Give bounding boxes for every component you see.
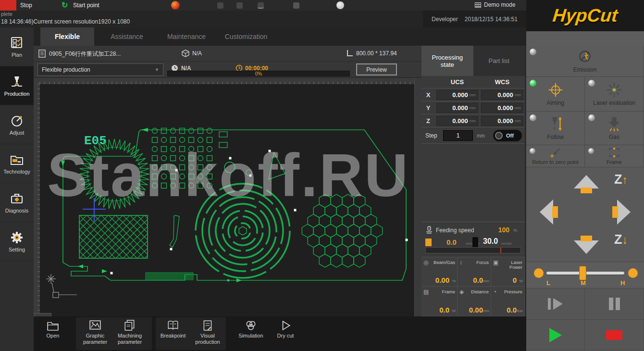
distance-icon: ◈: [459, 288, 464, 295]
tool-icon-1[interactable]: [217, 2, 223, 9]
jog-z-down-button[interactable]: Z↓: [614, 232, 628, 247]
status-log-line2: 18 14:36:46)Current screen resolution192…: [1, 18, 130, 25]
tab-maintenance[interactable]: Maintenance: [160, 27, 213, 46]
step-input[interactable]: 1: [443, 130, 473, 141]
main-tabs: Flexible Assistance Maintenance Customiz…: [34, 27, 526, 46]
tab-assistance[interactable]: Assistance: [100, 27, 154, 46]
simulation-button[interactable]: Simulation: [233, 320, 269, 339]
tile-distance: ◈Distance0.00mm: [458, 287, 491, 316]
feed-toggle[interactable]: [472, 237, 478, 248]
tile-focus: ↕Focus0.0mm: [458, 257, 491, 287]
feed-set-value: 30.0: [483, 237, 498, 246]
visual-production-button[interactable]: Visual production: [189, 320, 226, 345]
datetime-label: 2018/12/15 14:36:51: [465, 16, 518, 23]
jog-up-button[interactable]: [573, 174, 600, 195]
z-ucs-value: 0.000: [452, 117, 468, 125]
tool-icon-2[interactable]: [236, 2, 243, 9]
tool-icon-3[interactable]: [258, 2, 264, 9]
stop-button[interactable]: Stop: [20, 2, 32, 9]
filename-label: 0905_F06行件重试加工28...: [49, 50, 121, 58]
gas-button[interactable]: Gas: [585, 112, 644, 145]
return-to-zero-button[interactable]: Return to zero point: [526, 145, 585, 167]
sidebar-item-plan[interactable]: Plan: [0, 27, 34, 66]
emission-button[interactable]: Emission: [526, 46, 644, 77]
tool-icon-4[interactable]: [293, 2, 299, 9]
sidebar-item-setting[interactable]: Setting: [0, 222, 34, 261]
tile-frame: ▤Frame0.0W: [421, 287, 458, 316]
production-mode-dropdown[interactable]: Flexible production ▼: [37, 63, 163, 76]
machining-parameter-button[interactable]: Machining parameter: [111, 320, 148, 345]
slider-high-dot[interactable]: [628, 268, 638, 278]
tile-beam-gas: ◎Beam/Gas0.00%: [421, 257, 458, 287]
file-info-bar: 0905_F06行件重试加工28... N/A 800.00 * 137.94: [34, 46, 421, 62]
dry-cut-icon: [279, 320, 292, 331]
dimension-icon: [346, 50, 353, 57]
jog-left-button[interactable]: [539, 199, 560, 226]
sidebar-item-technology[interactable]: Technology: [0, 144, 34, 183]
open-button[interactable]: Open: [35, 320, 71, 339]
beam-gas-icon: ◎: [423, 259, 428, 266]
jog-right-button[interactable]: [610, 199, 632, 226]
dry-cut-button[interactable]: Dry cut: [267, 320, 304, 339]
stop-icon: [606, 330, 622, 340]
status-tiles: ◎Beam/Gas0.00% ↕Focus0.0mm ▣Laser Power0…: [421, 257, 525, 316]
tab-flexible[interactable]: Flexible: [40, 27, 94, 46]
breakpoint-button[interactable]: Breakpoint: [155, 320, 191, 339]
frame-tile-icon: ▤: [423, 288, 429, 295]
logo-panel: HypCut: [526, 0, 644, 31]
file-icon: [38, 50, 46, 58]
tile-laser-power: ▣Laser Power0W: [491, 257, 525, 287]
step-toggle[interactable]: Off: [493, 130, 522, 141]
follow-led: [530, 114, 536, 121]
jog-down-button[interactable]: [573, 234, 600, 255]
graphic-parameter-button[interactable]: Graphic parameter: [77, 320, 113, 345]
start-point-button[interactable]: Start point: [73, 2, 99, 9]
preview-button[interactable]: Preview: [356, 63, 397, 75]
pause-button[interactable]: [585, 288, 644, 320]
laser-evaluation-button[interactable]: Laser evaluation: [585, 77, 644, 112]
start-button[interactable]: [526, 320, 585, 351]
cad-canvas[interactable]: E05: [34, 78, 414, 316]
emission-led: [530, 49, 536, 55]
help-icon[interactable]: [336, 1, 344, 9]
tab-customization[interactable]: Customization: [219, 27, 273, 46]
feed-set-unit: m/min: [501, 241, 512, 246]
tab-processing-state[interactable]: Processing state: [421, 46, 473, 76]
plan-icon: [10, 36, 24, 50]
sidebar-item-adjust[interactable]: Adjust: [0, 105, 34, 144]
stop-machine-button[interactable]: [585, 320, 644, 351]
step-run-button[interactable]: [526, 288, 585, 320]
slider-label-low: L: [546, 279, 550, 287]
x-ucs-value: 0.000: [452, 91, 468, 99]
slider-handle[interactable]: [579, 266, 586, 280]
laser-evaluation-icon: [606, 82, 623, 98]
demo-mode-icon: [475, 2, 481, 8]
toggle-knob-icon: [495, 132, 503, 139]
ruler-top: [40, 78, 414, 84]
canvas-divider: [414, 78, 421, 316]
alarm-icon[interactable]: [171, 1, 180, 10]
developer-info: Developer 2018/12/15 14:36:51: [423, 11, 526, 27]
gas-led: [588, 114, 595, 121]
sidebar-item-production[interactable]: Production: [0, 66, 34, 105]
feeding-speed-section: Feeding speed 100 % 0.0 mm/min 30.0 m/mi…: [421, 222, 525, 257]
machining-parameter-icon: [124, 320, 136, 331]
aiming-button[interactable]: Aiming: [526, 77, 585, 112]
slider-label-high: H: [620, 279, 625, 287]
feed-slider[interactable]: [425, 247, 521, 253]
sidebar-item-diagnosis[interactable]: Diagnosis: [0, 183, 34, 222]
stop-indicator[interactable]: [0, 0, 16, 11]
status-log: plete 18 14:36:46)Current screen resolut…: [0, 11, 423, 27]
follow-button[interactable]: Follow: [526, 112, 585, 145]
technology-icon: [10, 153, 24, 166]
frame-button[interactable]: Frame: [585, 145, 644, 167]
tab-part-list[interactable]: Part list: [473, 46, 525, 76]
slider-low-dot[interactable]: [534, 268, 544, 278]
frame-icon: [607, 147, 621, 158]
tile-pressure: ◔Pressure0.0Bar: [491, 287, 525, 316]
feed-actual-value: 0.0: [446, 238, 457, 246]
gas-icon: [606, 116, 623, 132]
pressure-icon: ◔: [493, 288, 496, 295]
aiming-icon: [547, 82, 564, 98]
jog-z-up-button[interactable]: Z↑: [614, 172, 628, 187]
